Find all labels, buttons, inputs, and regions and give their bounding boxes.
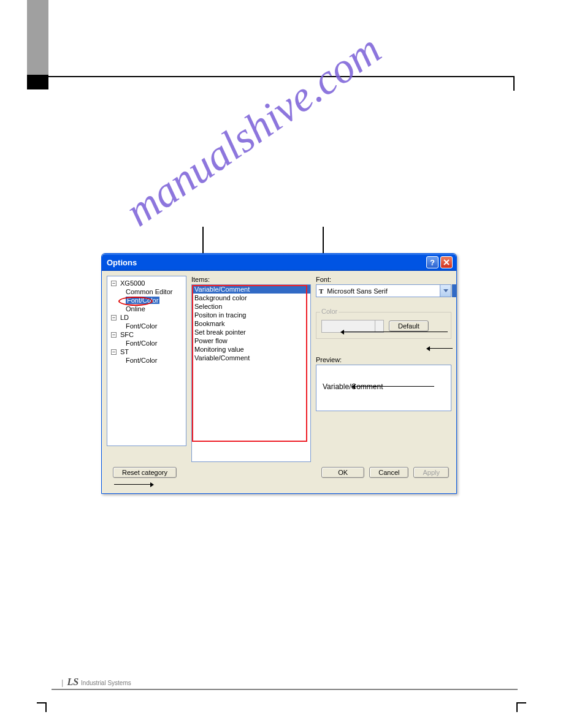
font-value: Microsoft Sans Serif — [327, 287, 387, 295]
top-rule — [48, 76, 515, 77]
tree-node-ld-fontcolor[interactable]: Font/Color — [123, 322, 185, 330]
list-item[interactable]: Power flow — [192, 336, 310, 345]
logo-sub: Industrial Systems — [81, 680, 131, 686]
titlebar: Options ? — [102, 254, 456, 271]
tree-label: Font/Color — [126, 357, 157, 364]
preview-box: Variable/Comment — [316, 365, 451, 411]
list-item[interactable]: Background color — [192, 294, 310, 302]
list-item[interactable]: Variable/Comment — [192, 354, 310, 362]
ok-button[interactable]: OK — [321, 467, 364, 478]
list-item[interactable]: Positon in tracing — [192, 311, 310, 319]
color-group: Color Default — [316, 312, 451, 339]
list-item[interactable]: Set break pointer — [192, 328, 310, 336]
arrow-to-color — [343, 332, 448, 332]
reset-category-button[interactable]: Reset category — [113, 467, 177, 478]
bottom-rule — [52, 689, 518, 690]
close-button[interactable] — [440, 256, 453, 268]
collapse-icon[interactable]: − — [111, 349, 117, 355]
arrow-to-reset — [114, 484, 151, 485]
arrow-to-default — [429, 348, 453, 349]
dialog-title: Options — [105, 258, 426, 267]
cancel-button[interactable]: Cancel — [369, 467, 408, 478]
watermark-text: manualshive.com — [117, 25, 390, 236]
tree-label: SFC — [120, 331, 134, 338]
tree-node-ld[interactable]: − LD — [109, 313, 185, 322]
tree-label: LD — [120, 314, 129, 321]
tree-node-sfc[interactable]: − SFC — [109, 330, 185, 339]
collapse-icon[interactable]: − — [111, 281, 117, 286]
apply-button[interactable]: Apply — [413, 467, 449, 478]
selection-bar — [452, 284, 457, 297]
top-rule-tick — [513, 76, 515, 91]
tree-label: Common Editor — [126, 288, 172, 295]
tree-node-xg5000[interactable]: − XG5000 — [109, 279, 185, 287]
options-dialog: Options ? − XG5000 Common Editor Font/Co… — [101, 253, 457, 494]
tree-node-sfc-fontcolor[interactable]: Font/Color — [123, 339, 185, 347]
arrow-to-preview — [354, 386, 434, 387]
chevron-down-icon[interactable] — [440, 285, 451, 297]
items-listbox[interactable]: Variable/Comment Background color Select… — [191, 284, 311, 462]
tree-node-st[interactable]: − ST — [109, 347, 185, 356]
default-button[interactable]: Default — [389, 320, 429, 332]
font-dropdown[interactable]: T Microsoft Sans Serif — [316, 284, 451, 297]
crop-mark-bl — [27, 702, 47, 722]
list-item[interactable]: Bookmark — [192, 319, 310, 328]
color-label: Color — [320, 308, 339, 315]
tree-label: Font/Color — [126, 322, 157, 330]
crop-mark-br — [516, 702, 536, 722]
category-tree[interactable]: − XG5000 Common Editor Font/Color Online… — [107, 276, 186, 446]
list-item[interactable]: Monitoring value — [192, 345, 310, 354]
tree-node-st-fontcolor[interactable]: Font/Color — [123, 356, 185, 365]
collapse-icon[interactable]: − — [111, 315, 117, 320]
tree-label: Font/Color — [126, 339, 157, 347]
tree-label: ST — [120, 348, 129, 355]
tree-label: Online — [126, 305, 145, 313]
font-label: Font: — [316, 276, 451, 283]
list-item[interactable]: Selection — [192, 302, 310, 311]
highlight-oval — [118, 297, 153, 306]
preview-label: Preview: — [316, 356, 451, 363]
tree-label: XG5000 — [120, 279, 145, 287]
truetype-icon: T — [319, 287, 323, 295]
items-label: Items: — [191, 276, 311, 283]
footer-logo: | LS Industrial Systems — [61, 677, 131, 688]
collapse-icon[interactable]: − — [111, 332, 117, 338]
list-item[interactable]: Variable/Comment — [192, 285, 310, 294]
tree-node-common-editor[interactable]: Common Editor — [123, 287, 185, 296]
tree-node-online[interactable]: Online — [123, 305, 185, 313]
logo-ls: LS — [67, 677, 79, 688]
color-picker[interactable] — [321, 320, 384, 333]
corner-tab — [27, 0, 48, 89]
help-button[interactable]: ? — [426, 256, 439, 268]
